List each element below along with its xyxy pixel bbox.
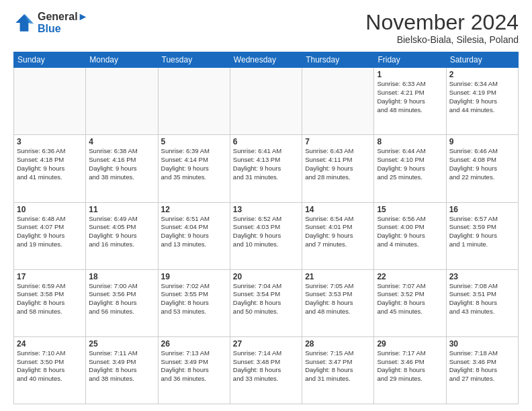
day-info: Sunrise: 6:57 AMSunset: 3:59 PMDaylight:… xyxy=(449,215,515,249)
day-number: 5 xyxy=(161,137,227,146)
location: Bielsko-Biala, Silesia, Poland xyxy=(365,34,519,45)
logo-text: General► Blue xyxy=(38,11,88,35)
calendar-week-2: 3Sunrise: 6:36 AMSunset: 4:18 PMDaylight… xyxy=(14,135,519,202)
day-number: 9 xyxy=(449,137,515,146)
calendar-cell: 19Sunrise: 7:02 AMSunset: 3:55 PMDayligh… xyxy=(158,269,230,336)
page: General► Blue November 2024 Bielsko-Bial… xyxy=(0,0,532,411)
day-info: Sunrise: 7:13 AMSunset: 3:49 PMDaylight:… xyxy=(161,349,227,383)
day-info: Sunrise: 7:15 AMSunset: 3:47 PMDaylight:… xyxy=(305,349,371,383)
day-info: Sunrise: 6:48 AMSunset: 4:07 PMDaylight:… xyxy=(17,215,83,249)
day-number: 28 xyxy=(305,339,371,349)
day-number: 10 xyxy=(17,205,83,214)
calendar-header-saturday: Saturday xyxy=(446,52,518,68)
day-info: Sunrise: 6:44 AMSunset: 4:10 PMDaylight:… xyxy=(377,147,443,181)
calendar-header-sunday: Sunday xyxy=(14,52,86,68)
calendar-cell: 2Sunrise: 6:34 AMSunset: 4:19 PMDaylight… xyxy=(446,68,518,135)
day-info: Sunrise: 6:33 AMSunset: 4:21 PMDaylight:… xyxy=(377,80,443,114)
day-info: Sunrise: 6:59 AMSunset: 3:58 PMDaylight:… xyxy=(17,282,83,316)
calendar-cell: 21Sunrise: 7:05 AMSunset: 3:53 PMDayligh… xyxy=(302,269,374,336)
calendar-cell: 1Sunrise: 6:33 AMSunset: 4:21 PMDaylight… xyxy=(374,68,446,135)
day-number: 20 xyxy=(233,272,299,281)
calendar-cell xyxy=(86,68,158,135)
day-info: Sunrise: 7:04 AMSunset: 3:54 PMDaylight:… xyxy=(233,282,299,316)
calendar-cell xyxy=(14,68,86,135)
calendar-cell: 6Sunrise: 6:41 AMSunset: 4:13 PMDaylight… xyxy=(230,135,302,202)
logo: General► Blue xyxy=(13,11,88,35)
day-number: 1 xyxy=(377,70,443,79)
calendar-week-1: 1Sunrise: 6:33 AMSunset: 4:21 PMDaylight… xyxy=(14,68,519,135)
calendar-cell: 30Sunrise: 7:18 AMSunset: 3:46 PMDayligh… xyxy=(446,336,518,404)
day-number: 7 xyxy=(305,137,371,146)
calendar-header-thursday: Thursday xyxy=(302,52,374,68)
calendar-cell: 17Sunrise: 6:59 AMSunset: 3:58 PMDayligh… xyxy=(14,269,86,336)
day-number: 17 xyxy=(17,272,83,281)
day-number: 22 xyxy=(377,272,443,281)
calendar-cell: 24Sunrise: 7:10 AMSunset: 3:50 PMDayligh… xyxy=(14,336,86,404)
calendar-cell: 22Sunrise: 7:07 AMSunset: 3:52 PMDayligh… xyxy=(374,269,446,336)
day-number: 24 xyxy=(17,339,83,349)
day-info: Sunrise: 6:41 AMSunset: 4:13 PMDaylight:… xyxy=(233,147,299,181)
calendar-cell: 28Sunrise: 7:15 AMSunset: 3:47 PMDayligh… xyxy=(302,336,374,404)
day-number: 30 xyxy=(449,339,515,349)
day-number: 13 xyxy=(233,205,299,214)
calendar-body: 1Sunrise: 6:33 AMSunset: 4:21 PMDaylight… xyxy=(14,68,519,404)
day-info: Sunrise: 7:05 AMSunset: 3:53 PMDaylight:… xyxy=(305,282,371,316)
day-info: Sunrise: 7:00 AMSunset: 3:56 PMDaylight:… xyxy=(89,282,154,316)
calendar-cell: 18Sunrise: 7:00 AMSunset: 3:56 PMDayligh… xyxy=(86,269,158,336)
month-title: November 2024 xyxy=(365,11,519,34)
day-info: Sunrise: 6:43 AMSunset: 4:11 PMDaylight:… xyxy=(305,147,371,181)
day-info: Sunrise: 6:56 AMSunset: 4:00 PMDaylight:… xyxy=(377,215,443,249)
calendar-cell: 20Sunrise: 7:04 AMSunset: 3:54 PMDayligh… xyxy=(230,269,302,336)
day-number: 23 xyxy=(449,272,515,281)
calendar-cell: 9Sunrise: 6:46 AMSunset: 4:08 PMDaylight… xyxy=(446,135,518,202)
day-info: Sunrise: 7:11 AMSunset: 3:49 PMDaylight:… xyxy=(89,349,154,383)
day-number: 15 xyxy=(377,205,443,214)
header: General► Blue November 2024 Bielsko-Bial… xyxy=(13,11,519,45)
day-number: 29 xyxy=(377,339,443,349)
day-number: 6 xyxy=(233,137,299,146)
calendar-cell xyxy=(230,68,302,135)
day-number: 8 xyxy=(377,137,443,146)
day-info: Sunrise: 7:07 AMSunset: 3:52 PMDaylight:… xyxy=(377,282,443,316)
calendar-cell: 5Sunrise: 6:39 AMSunset: 4:14 PMDaylight… xyxy=(158,135,230,202)
day-info: Sunrise: 6:36 AMSunset: 4:18 PMDaylight:… xyxy=(17,147,83,181)
day-number: 21 xyxy=(305,272,371,281)
day-number: 11 xyxy=(89,205,154,214)
calendar-cell: 16Sunrise: 6:57 AMSunset: 3:59 PMDayligh… xyxy=(446,202,518,269)
calendar-cell: 12Sunrise: 6:51 AMSunset: 4:04 PMDayligh… xyxy=(158,202,230,269)
day-number: 14 xyxy=(305,205,371,214)
calendar-cell: 3Sunrise: 6:36 AMSunset: 4:18 PMDaylight… xyxy=(14,135,86,202)
calendar-header-row: SundayMondayTuesdayWednesdayThursdayFrid… xyxy=(14,52,519,68)
day-info: Sunrise: 7:18 AMSunset: 3:46 PMDaylight:… xyxy=(449,349,515,383)
day-info: Sunrise: 6:51 AMSunset: 4:04 PMDaylight:… xyxy=(161,215,227,249)
day-info: Sunrise: 7:10 AMSunset: 3:50 PMDaylight:… xyxy=(17,349,83,383)
logo-icon xyxy=(13,12,35,34)
calendar-header-tuesday: Tuesday xyxy=(158,52,230,68)
day-number: 3 xyxy=(17,137,83,146)
calendar-cell: 10Sunrise: 6:48 AMSunset: 4:07 PMDayligh… xyxy=(14,202,86,269)
day-info: Sunrise: 6:38 AMSunset: 4:16 PMDaylight:… xyxy=(89,147,154,181)
calendar-table: SundayMondayTuesdayWednesdayThursdayFrid… xyxy=(13,52,519,404)
day-info: Sunrise: 7:02 AMSunset: 3:55 PMDaylight:… xyxy=(161,282,227,316)
day-info: Sunrise: 6:52 AMSunset: 4:03 PMDaylight:… xyxy=(233,215,299,249)
day-info: Sunrise: 6:39 AMSunset: 4:14 PMDaylight:… xyxy=(161,147,227,181)
day-number: 27 xyxy=(233,339,299,349)
day-number: 25 xyxy=(89,339,154,349)
calendar-cell xyxy=(302,68,374,135)
calendar-cell: 11Sunrise: 6:49 AMSunset: 4:05 PMDayligh… xyxy=(86,202,158,269)
day-number: 16 xyxy=(449,205,515,214)
day-number: 2 xyxy=(449,70,515,79)
day-number: 19 xyxy=(161,272,227,281)
calendar-cell: 4Sunrise: 6:38 AMSunset: 4:16 PMDaylight… xyxy=(86,135,158,202)
day-number: 26 xyxy=(161,339,227,349)
day-info: Sunrise: 7:17 AMSunset: 3:46 PMDaylight:… xyxy=(377,349,443,383)
day-info: Sunrise: 6:49 AMSunset: 4:05 PMDaylight:… xyxy=(89,215,154,249)
calendar-header-wednesday: Wednesday xyxy=(230,52,302,68)
calendar-cell: 7Sunrise: 6:43 AMSunset: 4:11 PMDaylight… xyxy=(302,135,374,202)
day-info: Sunrise: 7:14 AMSunset: 3:48 PMDaylight:… xyxy=(233,349,299,383)
day-info: Sunrise: 6:34 AMSunset: 4:19 PMDaylight:… xyxy=(449,80,515,114)
calendar-cell: 14Sunrise: 6:54 AMSunset: 4:01 PMDayligh… xyxy=(302,202,374,269)
calendar-week-3: 10Sunrise: 6:48 AMSunset: 4:07 PMDayligh… xyxy=(14,202,519,269)
calendar-cell: 15Sunrise: 6:56 AMSunset: 4:00 PMDayligh… xyxy=(374,202,446,269)
day-info: Sunrise: 6:46 AMSunset: 4:08 PMDaylight:… xyxy=(449,147,515,181)
